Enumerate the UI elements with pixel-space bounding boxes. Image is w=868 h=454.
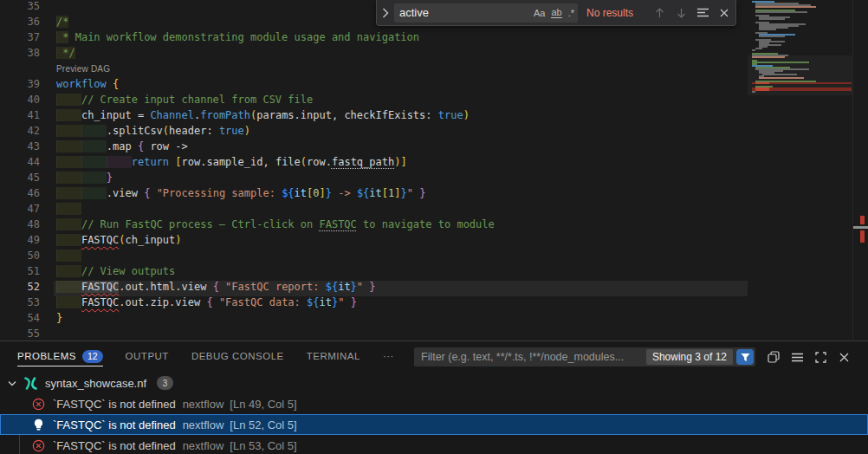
- minimap-line: [748, 91, 852, 93]
- code-token: [: [382, 187, 388, 199]
- code-line-49[interactable]: 49 FASTQC(ch_input): [0, 234, 748, 250]
- close-find-icon[interactable]: [715, 3, 734, 23]
- line-content[interactable]: [54, 328, 748, 340]
- code-line-42[interactable]: 42 .splitCsv(header: true): [0, 125, 748, 140]
- code-token: }: [419, 187, 425, 199]
- code-token: FASTQC: [319, 218, 356, 230]
- line-content[interactable]: .view { "Processing sample: ${it[0]} -> …: [54, 187, 748, 203]
- filter-funnel-icon[interactable]: [736, 349, 754, 365]
- code-line-37[interactable]: 37 * Main workflow demonstrating module …: [0, 31, 748, 47]
- maximize-panel-icon[interactable]: [813, 349, 828, 365]
- match-case-icon[interactable]: Aa: [534, 8, 545, 18]
- tab-label: PROBLEMS: [17, 351, 76, 361]
- code-line-54[interactable]: 54}: [0, 312, 748, 328]
- line-content[interactable]: .splitCsv(header: true): [54, 125, 748, 140]
- line-number: 51: [0, 265, 40, 281]
- line-content[interactable]: // Run FastQC process – Ctrl-click on FA…: [54, 218, 748, 234]
- code-line-44[interactable]: 44 return [row.sample_id, file(row.fastq…: [0, 156, 748, 172]
- code-line-46[interactable]: 46 .view { "Processing sample: ${it[0]} …: [0, 187, 748, 203]
- find-in-selection-icon[interactable]: [693, 3, 712, 23]
- tab-output[interactable]: OUTPUT: [126, 341, 169, 371]
- code-line-38[interactable]: 38 */: [0, 47, 748, 62]
- code-token: ->: [332, 187, 357, 199]
- tab--[interactable]: ···: [383, 341, 394, 371]
- line-content[interactable]: [54, 203, 748, 218]
- code-line-55[interactable]: 55: [0, 328, 748, 340]
- tab-debug-console[interactable]: DEBUG CONSOLE: [191, 341, 284, 371]
- tab-problems[interactable]: PROBLEMS12: [17, 341, 103, 371]
- code-token: [81, 156, 107, 168]
- problem-message: `FASTQC` is not defined: [53, 418, 176, 431]
- line-content[interactable]: [54, 250, 748, 265]
- code-line-47[interactable]: 47: [0, 203, 748, 218]
- close-panel-icon[interactable]: [836, 349, 852, 365]
- code-line-51[interactable]: 51 // View outputs: [0, 265, 748, 281]
- view-as-table-icon[interactable]: [789, 349, 805, 365]
- code-token: it: [295, 187, 307, 199]
- problems-file-row[interactable]: syntax_showcase.nf 3: [0, 373, 868, 393]
- line-number: 44: [0, 156, 40, 172]
- code-token: ch_input: [126, 234, 176, 246]
- codelens-preview-dag[interactable]: Preview DAG: [56, 64, 110, 74]
- code-line-43[interactable]: 43 .map { row ->: [0, 140, 748, 156]
- code-lines[interactable]: 3536/*37 * Main workflow demonstrating m…: [0, 0, 748, 340]
- error-icon: [31, 439, 45, 452]
- line-content[interactable]: // View outputs: [54, 265, 748, 281]
- problem-row[interactable]: `FASTQC` is not definednextflow[Ln 53, C…: [0, 435, 868, 454]
- overview-ruler[interactable]: [852, 0, 868, 340]
- code-token: [56, 156, 81, 168]
- code-token: (: [119, 234, 125, 246]
- code-token: [56, 250, 81, 262]
- code-token: *: [56, 31, 68, 43]
- line-number: 40: [0, 94, 40, 109]
- code-token: .out.zip.view: [119, 296, 206, 308]
- previous-match-icon[interactable]: [650, 3, 669, 23]
- code-line-48[interactable]: 48 // Run FastQC process – Ctrl-click on…: [0, 218, 748, 234]
- code-token: ch_input =: [81, 109, 150, 121]
- chevron-down-icon[interactable]: [5, 380, 19, 386]
- code-token: // Create input channel from CSV file: [81, 94, 313, 106]
- code-token: ): [463, 109, 470, 121]
- code-token: it: [320, 296, 332, 308]
- code-line-53[interactable]: 53 FASTQC.out.zip.view { "FastQC data: $…: [0, 296, 748, 312]
- code-line-41[interactable]: 41 ch_input = Channel.fromPath(params.in…: [0, 109, 748, 125]
- tab-label: DEBUG CONSOLE: [191, 351, 284, 361]
- line-content[interactable]: ch_input = Channel.fromPath(params.input…: [54, 109, 748, 125]
- code-editor[interactable]: 3536/*37 * Main workflow demonstrating m…: [0, 0, 868, 340]
- code-line-52[interactable]: 52 FASTQC.out.html.view { "FastQC report…: [0, 281, 748, 296]
- line-number: 39: [0, 78, 40, 94]
- code-line-45[interactable]: 45 }: [0, 172, 748, 187]
- line-content[interactable]: }: [54, 312, 748, 328]
- next-match-icon[interactable]: [671, 3, 690, 23]
- problem-row[interactable]: `FASTQC` is not definednextflow[Ln 49, C…: [0, 393, 868, 414]
- line-content[interactable]: workflow {: [54, 78, 748, 94]
- collapse-all-icon[interactable]: [766, 349, 781, 365]
- code-line-40[interactable]: 40 // Create input channel from CSV file: [0, 94, 748, 109]
- line-number: 42: [0, 125, 40, 140]
- code-token: [56, 218, 81, 230]
- line-content[interactable]: .map { row ->: [54, 140, 748, 156]
- whole-word-icon[interactable]: ab: [551, 8, 561, 18]
- line-content[interactable]: }: [54, 172, 748, 187]
- find-input[interactable]: active Aa ab .*: [394, 3, 578, 23]
- minimap[interactable]: [748, 0, 852, 340]
- nextflow-icon: [21, 377, 40, 390]
- problems-filter-input[interactable]: Filter (e.g. text, **/*.ts, !**/node_mod…: [414, 347, 755, 366]
- line-content[interactable]: return [row.sample_id, file(row.fastq_pa…: [54, 156, 748, 172]
- code-token: [56, 203, 81, 215]
- find-query-text[interactable]: active: [399, 6, 528, 19]
- panel-actions: [766, 347, 852, 366]
- problem-row[interactable]: `FASTQC` is not definednextflow[Ln 52, C…: [0, 414, 868, 435]
- tab-terminal[interactable]: TERMINAL: [307, 341, 360, 371]
- line-content[interactable]: FASTQC.out.html.view { "FastQC report: $…: [54, 281, 748, 296]
- line-content[interactable]: // Create input channel from CSV file: [54, 94, 748, 109]
- toggle-replace-icon[interactable]: [377, 0, 394, 25]
- line-content[interactable]: * Main workflow demonstrating module usa…: [54, 31, 748, 47]
- code-line-39[interactable]: 39workflow {: [0, 78, 748, 94]
- line-content[interactable]: FASTQC.out.zip.view { "FastQC data: ${it…: [54, 296, 748, 312]
- regex-icon[interactable]: .*: [568, 8, 574, 18]
- code-line-50[interactable]: 50: [0, 250, 748, 265]
- ruler-error-mark: [860, 230, 865, 243]
- line-content[interactable]: */: [54, 47, 748, 62]
- line-content[interactable]: FASTQC(ch_input): [54, 234, 748, 250]
